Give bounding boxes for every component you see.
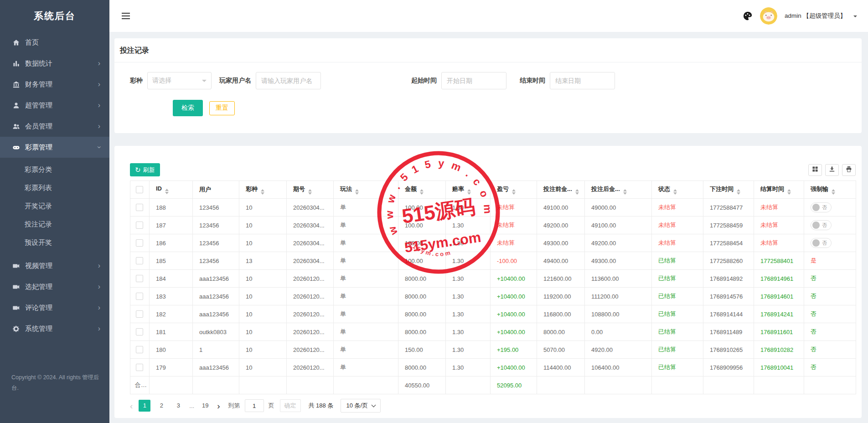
cell-value: 否 [811, 328, 816, 335]
column-header-status[interactable]: 状态 [652, 181, 703, 199]
cell-value: 否 [811, 364, 816, 371]
column-header-amount[interactable]: 金额 [398, 181, 446, 199]
pagination-page-2[interactable]: 2 [155, 400, 167, 412]
cell-value: 未结算 [658, 204, 676, 211]
sort-icon[interactable] [832, 189, 835, 195]
column-header-settle_time[interactable]: 结算时间 [754, 181, 804, 199]
sidebar-item-评论管理[interactable]: 评论管理› [0, 297, 109, 318]
row-checkbox[interactable] [136, 328, 143, 335]
pagination-page-1[interactable]: 1 [139, 400, 150, 412]
sidebar-item-财务管理[interactable]: 财务管理› [0, 74, 109, 95]
sort-icon[interactable] [261, 189, 264, 195]
cell-value: 1768911601 [760, 329, 793, 335]
cell-settle_time: 1768914241 [754, 305, 804, 323]
force-lose-toggle[interactable]: 否 [811, 202, 832, 212]
sort-icon[interactable] [165, 189, 169, 194]
cell-user: outkk0803 [193, 323, 239, 341]
sort-icon[interactable] [737, 189, 740, 195]
row-checkbox[interactable] [136, 346, 143, 353]
column-header-play[interactable]: 玩法 [334, 181, 398, 199]
row-checkbox[interactable] [136, 293, 143, 300]
search-button[interactable]: 检索 [173, 100, 203, 116]
pagination-next-icon[interactable]: › [217, 402, 220, 410]
lottery-type-select[interactable]: 请选择 [147, 72, 212, 89]
row-checkbox[interactable] [136, 239, 143, 247]
page-size-select[interactable]: 10 条/页 [341, 399, 381, 413]
sidebar-subitem-预设开奖[interactable]: 预设开奖 [0, 233, 109, 252]
sort-icon[interactable] [512, 189, 516, 195]
column-label: 金额 [405, 186, 417, 192]
cell-amount: 150.00 [398, 341, 446, 359]
row-checkbox[interactable] [136, 275, 143, 282]
column-header-id[interactable]: ID [150, 181, 193, 199]
pagination-page-3[interactable]: 3 [172, 400, 184, 412]
column-header-force_lose[interactable]: 强制输 [804, 181, 856, 199]
column-header-profit[interactable]: 盈亏 [491, 181, 537, 199]
column-header-odds[interactable]: 赔率 [446, 181, 491, 199]
column-header-after_amount[interactable]: 投注后金... [585, 181, 652, 199]
chevron-right-icon: › [98, 304, 100, 311]
start-date-input[interactable] [441, 72, 506, 89]
cell-value: 未结算 [760, 204, 778, 211]
force-lose-toggle[interactable]: 否 [811, 220, 832, 230]
sort-icon[interactable] [308, 189, 312, 195]
row-checkbox[interactable] [136, 364, 143, 371]
confirm-page-button[interactable]: 确定 [280, 399, 301, 412]
sidebar-item-系统管理[interactable]: 系统管理› [0, 318, 109, 339]
sidebar-item-彩票管理[interactable]: 彩票管理› [0, 137, 109, 158]
cell-after_amount: 113600.00 [585, 270, 652, 288]
sort-icon[interactable] [673, 189, 677, 195]
sidebar-subitem-彩票分类[interactable]: 彩票分类 [0, 160, 109, 179]
row-checkbox[interactable] [136, 310, 143, 318]
row-checkbox[interactable] [136, 204, 143, 211]
refresh-button[interactable]: ↻ 刷新 [130, 163, 160, 176]
cell-lottery: 10 [239, 305, 287, 323]
sidebar-item-会员管理[interactable]: 会员管理› [0, 116, 109, 137]
reset-button[interactable]: 重置 [209, 101, 235, 115]
filter-columns-button[interactable] [808, 164, 822, 176]
end-date-input[interactable] [550, 72, 615, 89]
player-username-input[interactable] [256, 72, 321, 89]
sort-icon[interactable] [355, 189, 359, 195]
column-header-checkbox[interactable] [130, 181, 150, 199]
collapse-menu-icon[interactable] [122, 13, 130, 19]
select-all-checkbox[interactable] [136, 186, 143, 193]
user-menu-caret-icon[interactable] [853, 15, 857, 19]
sort-icon[interactable] [467, 189, 471, 195]
column-label: 玩法 [340, 186, 352, 192]
cell-settle_time: 1768911601 [754, 323, 804, 341]
pagination-prev-icon[interactable]: ‹ [130, 402, 133, 410]
sort-icon[interactable] [575, 189, 579, 195]
column-header-issue[interactable]: 期号 [287, 181, 334, 199]
sort-icon[interactable] [787, 189, 791, 195]
sidebar-subitem-开奖记录[interactable]: 开奖记录 [0, 197, 109, 215]
page-jump-input[interactable] [245, 399, 264, 412]
pagination-pages: 123...19 [139, 400, 216, 412]
print-button[interactable] [842, 164, 856, 176]
sidebar-item-视频管理[interactable]: 视频管理› [0, 255, 109, 276]
admin-user-label[interactable]: admin 【超级管理员】 [785, 12, 846, 20]
pagination-page-19[interactable]: 19 [199, 400, 211, 412]
cell-lottery: 10 [239, 323, 287, 341]
row-checkbox[interactable] [136, 222, 143, 229]
theme-palette-icon[interactable] [743, 11, 753, 21]
sidebar-item-数据统计[interactable]: 数据统计› [0, 53, 109, 74]
sidebar-nav: 首页数据统计›财务管理›超管管理›会员管理›彩票管理›彩票分类彩票列表开奖记录投… [0, 32, 109, 339]
sidebar-item-选妃管理[interactable]: 选妃管理› [0, 276, 109, 297]
sort-icon[interactable] [623, 189, 627, 195]
row-checkbox[interactable] [136, 257, 143, 264]
sidebar-subitem-投注记录[interactable]: 投注记录 [0, 215, 109, 233]
cell-force_lose: 否 [804, 199, 856, 217]
export-button[interactable] [825, 164, 839, 176]
column-label: 盈亏 [497, 186, 509, 192]
avatar[interactable] [760, 7, 777, 25]
column-header-before_amount[interactable]: 投注前金... [537, 181, 585, 199]
force-lose-toggle[interactable]: 否 [811, 238, 832, 248]
sidebar-item-超管管理[interactable]: 超管管理› [0, 95, 109, 116]
column-header-bet_time[interactable]: 下注时间 [703, 181, 754, 199]
column-header-lottery[interactable]: 彩种 [239, 181, 287, 199]
sidebar-item-首页[interactable]: 首页 [0, 32, 109, 53]
sort-icon[interactable] [420, 189, 424, 195]
cell-issue: 20260304... [287, 252, 334, 270]
sidebar-subitem-彩票列表[interactable]: 彩票列表 [0, 179, 109, 197]
